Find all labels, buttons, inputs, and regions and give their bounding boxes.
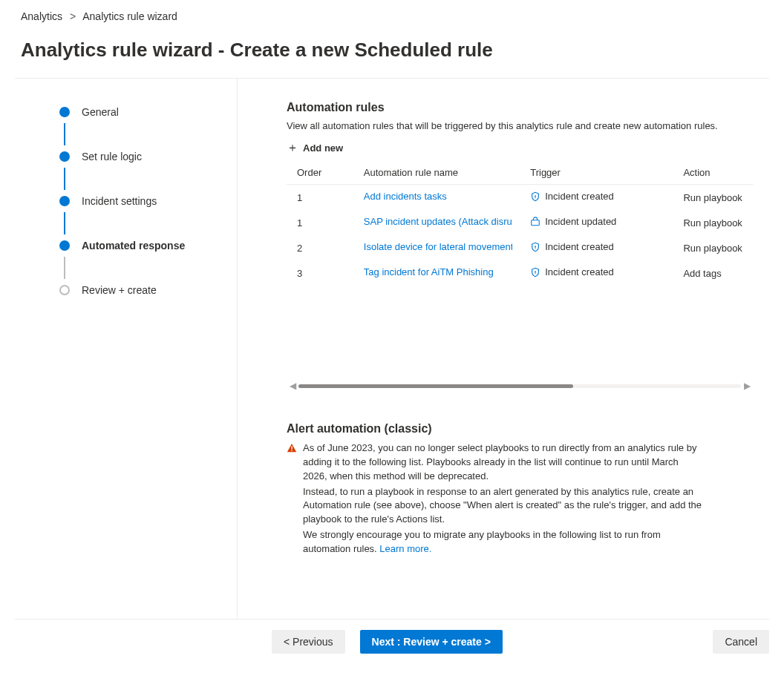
horizontal-scrollbar[interactable]: ◀ ▶ xyxy=(287,382,753,390)
col-header-order[interactable]: Order xyxy=(287,161,359,185)
svg-rect-4 xyxy=(535,247,536,249)
svg-rect-1 xyxy=(535,197,536,198)
alert-classic-p1: As of June 2023, you can no longer selec… xyxy=(303,441,704,484)
cell-trigger: Incident created xyxy=(526,260,679,286)
cell-trigger: Incident created xyxy=(526,185,679,211)
step-connector xyxy=(64,257,65,279)
trigger-text: Incident created xyxy=(545,241,614,252)
wizard-panel: General Set rule logic Incident settings… xyxy=(15,78,769,620)
cancel-button[interactable]: Cancel xyxy=(713,630,769,654)
step-dot-icon xyxy=(59,240,70,251)
cell-action: Run playbook xyxy=(679,210,753,235)
cell-action: Add tags xyxy=(679,260,753,286)
step-dot-icon xyxy=(59,151,70,162)
cell-action: Run playbook xyxy=(679,235,753,260)
next-button[interactable]: Next : Review + create > xyxy=(360,630,503,654)
cell-name: SAP incident updates (Attack disruption) xyxy=(359,210,526,235)
cell-order: 1 xyxy=(287,185,359,211)
step-label: General xyxy=(82,106,119,118)
wizard-main: Automation rules View all automation rul… xyxy=(238,79,769,619)
alert-classic-p3: We strongly encourage you to migrate any… xyxy=(303,528,704,556)
trigger-text: Incident updated xyxy=(545,216,616,227)
automation-rules-title: Automation rules xyxy=(287,101,753,114)
incident-update-icon xyxy=(530,217,540,227)
cell-order: 2 xyxy=(287,235,359,260)
step-label: Set rule logic xyxy=(82,151,142,162)
breadcrumb-root[interactable]: Analytics xyxy=(21,10,62,22)
svg-rect-7 xyxy=(291,446,292,449)
alert-classic-p2: Instead, to run a playbook in response t… xyxy=(303,485,704,528)
step-set-rule-logic[interactable]: Set rule logic xyxy=(59,145,237,168)
cell-action: Run playbook xyxy=(679,185,753,211)
svg-rect-8 xyxy=(291,450,292,451)
incident-shield-icon xyxy=(530,191,540,202)
step-connector xyxy=(64,168,65,190)
rule-name-link[interactable]: Add incidents tasks xyxy=(364,191,447,202)
cell-name: Isolate device for lateral movement tag xyxy=(359,235,526,260)
svg-rect-6 xyxy=(535,272,536,274)
alert-classic-title: Alert automation (classic) xyxy=(287,422,753,436)
svg-point-5 xyxy=(535,271,536,272)
cell-order: 1 xyxy=(287,210,359,235)
rule-name-link[interactable]: Isolate device for lateral movement tag xyxy=(364,241,512,252)
cell-order: 3 xyxy=(287,260,359,286)
rule-name-link[interactable]: Tag incident for AiTM Phishing xyxy=(364,266,494,277)
warning-icon xyxy=(287,443,297,453)
table-row: 1Add incidents tasksIncident createdRun … xyxy=(287,185,753,211)
col-header-action[interactable]: Action xyxy=(679,161,753,185)
alert-classic-body: As of June 2023, you can no longer selec… xyxy=(303,441,704,558)
step-connector xyxy=(64,123,65,145)
step-connector xyxy=(64,212,65,234)
scroll-right-icon[interactable]: ▶ xyxy=(741,381,753,391)
plus-icon: ＋ xyxy=(287,142,298,154)
step-automated-response[interactable]: Automated response xyxy=(59,234,237,257)
automation-rules-desc: View all automation rules that will be t… xyxy=(287,120,753,131)
wizard-footer: < Previous Next : Review + create > Canc… xyxy=(257,620,784,668)
trigger-text: Incident created xyxy=(545,266,614,277)
cell-name: Tag incident for AiTM Phishing xyxy=(359,260,526,286)
step-general[interactable]: General xyxy=(59,101,237,123)
scroll-thumb[interactable] xyxy=(298,384,573,388)
scroll-left-icon[interactable]: ◀ xyxy=(287,381,298,391)
rule-name-link[interactable]: SAP incident updates (Attack disruption) xyxy=(364,216,512,227)
breadcrumb-sep-icon: > xyxy=(65,10,80,22)
cell-trigger: Incident updated xyxy=(526,210,679,235)
incident-shield-icon xyxy=(530,267,540,277)
table-row: 2Isolate device for lateral movement tag… xyxy=(287,235,753,260)
step-dot-icon xyxy=(59,196,70,206)
scroll-track[interactable] xyxy=(298,384,741,388)
col-header-name[interactable]: Automation rule name xyxy=(359,161,526,185)
trigger-text: Incident created xyxy=(545,191,614,202)
previous-button[interactable]: < Previous xyxy=(272,630,345,654)
alert-automation-classic: Alert automation (classic) As of June 20… xyxy=(287,422,753,558)
step-incident-settings[interactable]: Incident settings xyxy=(59,190,237,212)
automation-rules-table: Order Automation rule name Trigger Actio… xyxy=(287,161,753,286)
svg-rect-2 xyxy=(532,220,540,226)
learn-more-link[interactable]: Learn more. xyxy=(379,543,431,554)
cell-name: Add incidents tasks xyxy=(359,185,526,211)
svg-point-0 xyxy=(535,195,536,197)
breadcrumb: Analytics > Analytics rule wizard xyxy=(0,0,784,31)
step-label: Automated response xyxy=(82,240,185,252)
step-review-create[interactable]: Review + create xyxy=(59,279,237,301)
table-row: 1SAP incident updates (Attack disruption… xyxy=(287,210,753,235)
col-header-trigger[interactable]: Trigger xyxy=(526,161,679,185)
breadcrumb-leaf: Analytics rule wizard xyxy=(82,10,177,22)
svg-point-3 xyxy=(535,246,536,247)
wizard-steps-sidebar: General Set rule logic Incident settings… xyxy=(15,79,238,619)
add-new-button[interactable]: ＋ Add new xyxy=(287,142,343,154)
step-dot-icon xyxy=(59,285,70,295)
incident-shield-icon xyxy=(530,242,540,252)
table-row: 3Tag incident for AiTM PhishingIncident … xyxy=(287,260,753,286)
add-new-label: Add new xyxy=(303,142,343,154)
page-title: Analytics rule wizard - Create a new Sch… xyxy=(0,31,784,78)
step-label: Incident settings xyxy=(82,195,157,207)
step-dot-icon xyxy=(59,107,70,117)
step-label: Review + create xyxy=(82,284,157,296)
cell-trigger: Incident created xyxy=(526,235,679,260)
